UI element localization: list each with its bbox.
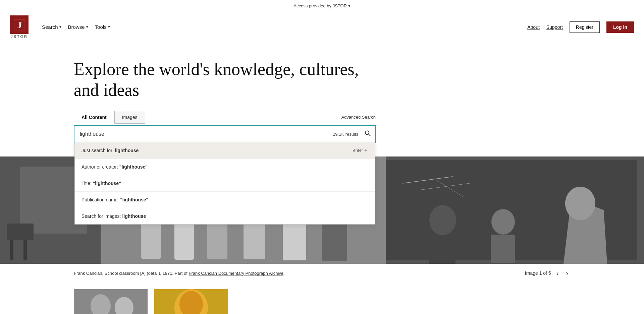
- svg-point-30: [491, 209, 515, 235]
- banner-text: Access provided by JSTOR: [293, 3, 347, 8]
- tab-images[interactable]: Images: [114, 111, 145, 124]
- support-link[interactable]: Support: [546, 24, 563, 30]
- logo-icon: J: [10, 15, 29, 34]
- dropdown-author[interactable]: Author or creator: "lighthouse": [75, 159, 375, 175]
- thumbnail-2-image: [154, 289, 228, 314]
- svg-rect-9: [10, 240, 13, 260]
- caption-prefix: Frank Cancian, School classroom [A] (det…: [74, 271, 189, 276]
- svg-point-3: [365, 131, 369, 134]
- svg-point-32: [565, 187, 595, 220]
- register-button[interactable]: Register: [570, 21, 600, 33]
- image-next-button[interactable]: ›: [564, 269, 570, 278]
- dropdown-title[interactable]: Title: "lighthouse": [75, 175, 375, 192]
- search-result-count: 29.1K results: [333, 131, 358, 136]
- about-link[interactable]: About: [527, 24, 540, 30]
- caption-text: Frank Cancian, School classroom [A] (det…: [74, 271, 285, 276]
- svg-point-28: [429, 205, 456, 235]
- image-nav: Image 1 of 5 ‹ ›: [525, 269, 570, 278]
- dropdown-images[interactable]: Search for images: lighthouse: [75, 208, 375, 224]
- top-banner: Access provided by JSTOR ▾: [0, 0, 644, 12]
- banner-chevron: ▾: [348, 3, 351, 8]
- site-header: J JSTOR Search ▾ Browse ▾ Tools ▾ About …: [0, 12, 644, 42]
- search-submit-button[interactable]: [364, 130, 371, 138]
- dropdown-author-text: Author or creator: "lighthouse": [82, 164, 148, 170]
- dropdown-just-search-text: Just search for: lighthouse: [82, 148, 139, 153]
- search-icon: [364, 130, 371, 136]
- nav-tools[interactable]: Tools ▾: [95, 22, 110, 32]
- svg-text:J: J: [17, 20, 21, 30]
- login-button[interactable]: Log in: [606, 21, 634, 33]
- dropdown-just-search[interactable]: Just search for: lighthouse enter ↵: [75, 142, 375, 159]
- thumbnail-1-image: [74, 289, 148, 314]
- dropdown-publication-text: Publication name: "lighthouse": [82, 197, 148, 202]
- search-input[interactable]: [74, 126, 375, 142]
- dropdown-images-text: Search for images: lighthouse: [82, 213, 146, 219]
- hero-content-area: Explore the world's knowledge, cultures,…: [0, 42, 644, 156]
- caption-link[interactable]: Frank Cancian Documentary Photograph Arc…: [189, 271, 284, 276]
- search-tabs: All Content Images: [74, 111, 145, 124]
- dropdown-publication[interactable]: Publication name: "lighthouse": [75, 192, 375, 208]
- svg-rect-31: [491, 235, 515, 263]
- header-right-area: About Support Register Log in: [527, 21, 634, 33]
- svg-rect-8: [7, 224, 34, 240]
- image-prev-button[interactable]: ‹: [554, 269, 561, 278]
- nav-search[interactable]: Search ▾: [42, 22, 61, 32]
- search-box-wrapper: 29.1K results Just search for: lighthous…: [74, 125, 376, 143]
- caption-period: .: [283, 271, 285, 276]
- advanced-search-link[interactable]: Advanced Search: [341, 115, 376, 120]
- thumbnail-2[interactable]: [154, 289, 228, 314]
- svg-rect-29: [429, 235, 455, 264]
- tools-nav-chevron: ▾: [108, 25, 110, 29]
- thumbnail-1[interactable]: [74, 289, 148, 314]
- svg-line-4: [369, 134, 370, 136]
- svg-rect-10: [23, 240, 27, 260]
- logo-link[interactable]: J JSTOR: [10, 15, 29, 39]
- hero-title: Explore the world's knowledge, cultures,…: [74, 59, 376, 101]
- search-nav-chevron: ▾: [59, 25, 61, 29]
- tab-all-content[interactable]: All Content: [74, 111, 114, 124]
- dropdown-title-text: Title: "lighthouse": [82, 181, 121, 186]
- browse-nav-chevron: ▾: [86, 25, 88, 29]
- search-row: All Content Images Advanced Search: [74, 111, 376, 123]
- logo-wordmark: JSTOR: [11, 35, 28, 39]
- caption-bar: Frank Cancian, School classroom [A] (det…: [0, 264, 644, 282]
- access-provider-text[interactable]: Access provided by JSTOR ▾: [293, 3, 350, 8]
- nav-browse[interactable]: Browse ▾: [68, 22, 88, 32]
- image-count-label: Image 1 of 5: [525, 270, 551, 276]
- main-nav: Search ▾ Browse ▾ Tools ▾: [42, 22, 527, 32]
- search-dropdown: Just search for: lighthouse enter ↵ Auth…: [74, 142, 375, 225]
- thumbnails-area: [0, 282, 644, 314]
- svg-rect-33: [74, 289, 148, 314]
- dropdown-enter-hint: enter ↵: [353, 148, 368, 153]
